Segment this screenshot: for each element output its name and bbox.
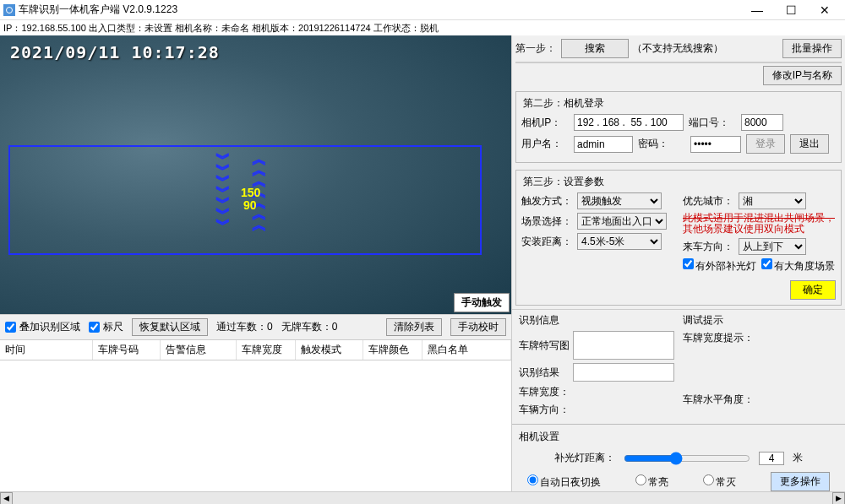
noplate-count-label: 无牌车数：0 xyxy=(281,320,338,334)
camera-ip-label: 相机IP： xyxy=(521,116,569,130)
direction-label: 来车方向： xyxy=(683,240,733,254)
light-dist-label: 补光灯距离： xyxy=(554,451,615,465)
mode-note: 此模式适用于混进混出共闸场景， 其他场景建议使用双向模式 xyxy=(683,213,836,235)
recog-title: 识别信息 xyxy=(519,313,674,328)
horizontal-scrollbar[interactable]: ◀ ▶ xyxy=(0,491,845,504)
auto-daynight-radio[interactable]: 自动日夜切换 xyxy=(527,474,601,490)
scene-label: 场景选择： xyxy=(521,214,572,229)
light-dist-slider[interactable] xyxy=(624,452,750,465)
roi-num-2: 90 xyxy=(243,198,257,212)
plate-img-label: 车牌特写图 xyxy=(519,339,570,353)
clear-list-button[interactable]: 清除列表 xyxy=(386,318,442,336)
angle-label: 车牌水平角度： xyxy=(683,393,754,407)
maximize-button[interactable]: ☐ xyxy=(774,0,808,20)
distance-select[interactable]: 4.5米-5米 xyxy=(577,233,662,250)
result-table-body xyxy=(0,360,511,491)
unit-label: 米 xyxy=(793,451,803,465)
window-title: 车牌识别一体机客户端 V2.0.9.1223 xyxy=(19,3,740,17)
city-label: 优先城市： xyxy=(683,194,733,209)
password-input[interactable] xyxy=(690,136,741,153)
step3-legend: 第三步：设置参数 xyxy=(521,175,606,189)
overlay-roi-checkbox[interactable]: 叠加识别区域 xyxy=(5,320,80,334)
ruler-checkbox[interactable]: 标尺 xyxy=(89,320,123,334)
scroll-right-icon[interactable]: ▶ xyxy=(832,492,845,505)
distance-label: 安装距离： xyxy=(521,235,572,249)
width-hint-label: 车牌宽度提示： xyxy=(683,331,754,345)
light-dist-input[interactable] xyxy=(759,452,784,465)
recog-result-box xyxy=(573,363,674,382)
logout-button[interactable]: 退出 xyxy=(790,134,829,154)
no-wireless-note: （不支持无线搜索） xyxy=(632,41,723,56)
trigger-select[interactable]: 视频触发 xyxy=(577,192,662,209)
city-select[interactable]: 湘 xyxy=(739,192,806,209)
ext-light-checkbox[interactable]: 有外部补光灯 xyxy=(683,258,756,274)
camset-title: 相机设置 xyxy=(519,430,838,444)
roi-num-1: 150 xyxy=(241,186,260,199)
trigger-label: 触发方式： xyxy=(521,194,572,209)
manual-time-button[interactable]: 手动校时 xyxy=(450,318,506,336)
username-input[interactable] xyxy=(574,136,633,153)
wide-angle-checkbox[interactable]: 有大角度场景 xyxy=(761,258,835,274)
debug-title: 调试提示 xyxy=(683,313,838,328)
recog-result-label: 识别结果 xyxy=(519,366,570,380)
batch-op-button[interactable]: 批量操作 xyxy=(782,39,842,58)
step2-legend: 第二步：相机登录 xyxy=(521,96,606,111)
password-label: 密码： xyxy=(638,137,685,151)
direction-select[interactable]: 从上到下 xyxy=(739,238,806,255)
scene-select[interactable]: 正常地面出入口 xyxy=(577,213,667,230)
manual-trigger-button[interactable]: 手动触发 xyxy=(454,293,510,312)
step1-label: 第一步： xyxy=(515,41,558,56)
app-icon xyxy=(3,4,15,16)
video-preview: 2021/09/11 10:17:28 ︾︾︾︾︾︾︾ ︽︽︽︽︽︽︽ 150 … xyxy=(0,35,511,314)
always-on-radio[interactable]: 常亮 xyxy=(635,474,668,490)
plate-width-label: 车牌宽度： xyxy=(519,385,570,399)
username-label: 用户名： xyxy=(521,137,569,151)
always-off-radio[interactable]: 常灭 xyxy=(703,474,736,490)
more-ops-button[interactable]: 更多操作 xyxy=(771,472,830,491)
close-button[interactable]: ✕ xyxy=(808,0,842,20)
plate-img-box xyxy=(573,331,674,360)
restore-roi-button[interactable]: 恢复默认区域 xyxy=(132,318,208,336)
status-infobar: IP：192.168.55.100 出入口类型：未设置 相机名称：未命名 相机版… xyxy=(0,20,845,35)
vehicle-dir-label: 车辆方向： xyxy=(519,403,570,417)
video-timestamp: 2021/09/11 10:17:28 xyxy=(10,42,220,62)
login-button[interactable]: 登录 xyxy=(746,134,785,154)
result-table-header: 时间 车牌号码 告警信息 车牌宽度 触发模式 车牌颜色 黑白名单 xyxy=(0,340,511,360)
scroll-left-icon[interactable]: ◀ xyxy=(0,492,13,505)
search-button[interactable]: 搜索 xyxy=(561,39,629,58)
minimize-button[interactable]: — xyxy=(740,0,774,20)
port-label: 端口号： xyxy=(689,116,736,130)
camera-ip-input[interactable] xyxy=(574,114,684,131)
port-input[interactable] xyxy=(741,114,783,131)
modify-ip-button[interactable]: 修改IP与名称 xyxy=(763,66,842,85)
confirm-button[interactable]: 确定 xyxy=(790,280,836,300)
pass-count-label: 通过车数：0 xyxy=(216,320,273,334)
